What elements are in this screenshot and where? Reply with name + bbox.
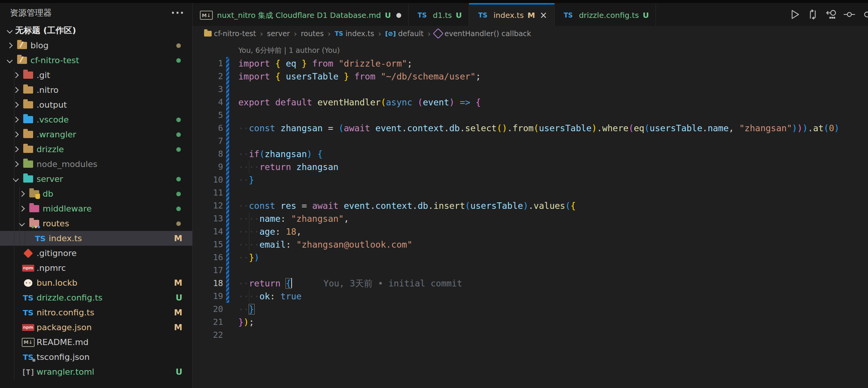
gutter-modified-indicator (226, 148, 229, 161)
tree-item-drizzle[interactable]: drizzle (0, 142, 192, 157)
breadcrumb-server[interactable]: server (267, 29, 290, 38)
code-text (229, 329, 868, 342)
code-line[interactable]: 22 (193, 329, 868, 342)
code-line[interactable]: 13····name: "zhangsan", (193, 212, 868, 225)
commit-node-icon[interactable] (843, 8, 856, 21)
code-line[interactable]: 9····return zhangsan (193, 161, 868, 173)
code-line[interactable]: 15····email: "zhangsan@outlook.com" (193, 238, 868, 251)
tab-index-ts[interactable]: TSindex.tsM× (469, 3, 554, 26)
breadcrumb-symbol-callback[interactable]: eventHandler() callback (434, 29, 531, 38)
code-line[interactable]: 4export default eventHandler(async (even… (193, 96, 868, 109)
tree-item-label: index.ts (49, 234, 174, 243)
git-status-dot (176, 177, 181, 181)
code-line[interactable]: 6··const zhangsan = (await event.context… (193, 122, 868, 135)
tree-item-middleware[interactable]: middleware (0, 201, 192, 216)
tree-item--output[interactable]: .output (0, 97, 192, 112)
code-line[interactable]: 12··const res = await event.context.db.i… (193, 199, 868, 212)
compare-changes-icon[interactable] (806, 8, 819, 21)
tree-item-routes[interactable]: routes (0, 216, 192, 231)
tree-item-wrangler-toml[interactable]: [T]wrangler.tomlU (0, 364, 192, 379)
code-line[interactable]: 16··}) (193, 251, 868, 264)
workspace-header[interactable]: 无标题 (工作区) (0, 23, 192, 38)
tab-nuxt-nitro----cloudflare-d1-database-md[interactable]: M↓nuxt_nitro 集成 Cloudflare D1 Database.m… (193, 3, 408, 26)
breadcrumb-file[interactable]: TSindex.ts (335, 29, 374, 38)
code-line[interactable]: 10··} (193, 173, 868, 186)
breadcrumb-separator: › (294, 29, 297, 38)
tree-item--wrangler[interactable]: .wrangler (0, 127, 192, 142)
line-number: 6 (193, 122, 223, 135)
tree-item-index-ts[interactable]: TSindex.tsM (0, 231, 192, 246)
tree-item--vscode[interactable]: .vscode (0, 112, 192, 127)
tab-d1-ts[interactable]: TSd1.tsU (408, 3, 469, 26)
code-text: ··if(zhangsan) { (229, 148, 868, 161)
clipped-icon[interactable] (861, 8, 868, 21)
tree-indent-guide (25, 231, 25, 246)
tree-item-nitro-config-ts[interactable]: TSnitro.config.tsM (0, 305, 192, 320)
code-editor[interactable]: You, 6分钟前 | 1 author (You) 1import { eq … (193, 41, 868, 388)
ellipsis-menu-icon[interactable]: ··· (171, 7, 185, 19)
tree-item-tsconfig-json[interactable]: TStsconfig.json (0, 350, 192, 364)
tab-label: drizzle.config.ts (579, 11, 639, 20)
code-line[interactable]: 7 (193, 135, 868, 148)
breadcrumb-routes[interactable]: routes (301, 29, 324, 38)
folder-shape (29, 205, 39, 212)
tree-item-db[interactable]: db (0, 186, 192, 201)
breadcrumb-separator: › (260, 29, 263, 38)
tree-item-drizzle-config-ts[interactable]: TSdrizzle.config.tsU (0, 290, 192, 305)
code-line[interactable]: 20··} (193, 303, 868, 316)
tree-item-server[interactable]: server (0, 172, 192, 186)
tree-item-cf-nitro-test[interactable]: cf-nitro-test (0, 53, 192, 68)
code-text (229, 135, 868, 148)
tree-item--nitro[interactable]: .nitro (0, 83, 192, 97)
tree-item-package-json[interactable]: npmpackage.jsonM (0, 320, 192, 335)
line-number: 7 (193, 135, 223, 148)
ts-icon: TS (476, 11, 490, 19)
typescript-icon: TS (23, 353, 34, 362)
code-line[interactable]: 2import { usersTable } from "~/db/schema… (193, 70, 868, 83)
tree-item--npmrc[interactable]: npm.npmrc (0, 261, 192, 275)
line-number: 17 (193, 264, 223, 277)
codelens-authors[interactable]: You, 6分钟前 | 1 author (You) (238, 46, 868, 56)
code-line[interactable]: 3 (193, 83, 868, 96)
tab-drizzle-config-ts[interactable]: TSdrizzle.config.tsU (555, 3, 656, 26)
code-line[interactable]: 21}); (193, 316, 868, 329)
tree-item-label: drizzle.config.ts (37, 293, 176, 302)
symbol-default-icon: [⊘] (385, 30, 396, 37)
git-status-dot (176, 207, 181, 211)
code-line[interactable]: 11 (193, 186, 868, 199)
code-line[interactable]: 19····ok: true (193, 290, 868, 303)
gutter-modified-indicator (226, 303, 229, 316)
line-number: 18 (193, 277, 223, 290)
close-icon[interactable]: × (540, 10, 547, 21)
tree-item-blog[interactable]: blog (0, 38, 192, 53)
code-line[interactable]: 14····age: 18, (193, 225, 868, 238)
code-line[interactable]: 1import { eq } from "drizzle-orm"; (193, 57, 868, 70)
breadcrumb-folder[interactable]: cf-nitro-test (204, 29, 256, 38)
gutter-modified-indicator (226, 186, 229, 199)
run-button[interactable] (788, 8, 801, 21)
line-number: 11 (193, 186, 223, 199)
code-text: ····age: 18, (229, 225, 868, 238)
git-status-badge: M (174, 308, 182, 317)
line-number: 5 (193, 109, 223, 122)
code-line[interactable]: 17 (193, 264, 868, 277)
breadcrumb-symbol-default[interactable]: [⊘]default (385, 29, 424, 38)
code-line[interactable]: 8··if(zhangsan) { (193, 148, 868, 161)
unsaved-dot-icon (396, 13, 401, 18)
tree-item-readme-md[interactable]: M↓README.md (0, 335, 192, 350)
tree-item--git[interactable]: .git (0, 68, 192, 83)
folder-icon (15, 57, 29, 64)
tree-item-bun-lockb[interactable]: bun.lockbM (0, 275, 192, 290)
git-diamond-icon (21, 250, 35, 257)
tree-item--gitignore[interactable]: .gitignore (0, 246, 192, 261)
file-tree: blogcf-nitro-test.git.nitro.output.vscod… (0, 38, 192, 379)
typescript-icon: TS (478, 11, 487, 19)
tree-item-node-modules[interactable]: node_modules (0, 157, 192, 172)
gutter-modified-indicator (226, 277, 229, 290)
gutter-modified-indicator (226, 83, 229, 96)
code-line[interactable]: 18··return { You, 3天前 • initial commit (193, 277, 868, 290)
code-text: import { eq } from "drizzle-orm"; (229, 57, 868, 70)
breadcrumb-separator: › (428, 29, 431, 38)
toggle-annotations-icon[interactable] (825, 8, 838, 21)
code-line[interactable]: 5 (193, 109, 868, 122)
